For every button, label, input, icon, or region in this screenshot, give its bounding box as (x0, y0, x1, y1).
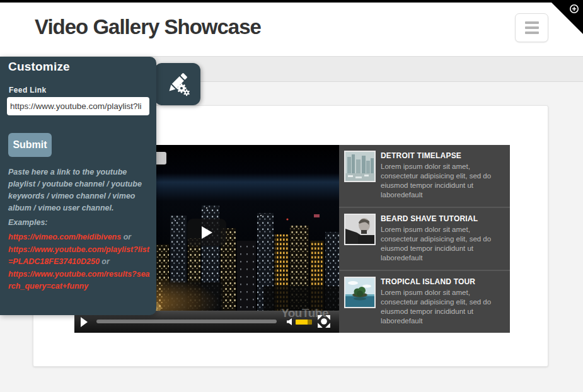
playlist: DETROIT TIMELAPSE Lorem ipsum dolor sit … (339, 145, 510, 333)
example-links: https://vimeo.com/heidibivens or https:/… (8, 231, 152, 293)
fullscreen-button[interactable] (317, 314, 331, 328)
pencil-gears-icon (164, 71, 192, 98)
playlist-item-description: Lorem ipsum dolor sit amet, consectetur … (381, 288, 505, 326)
play-button[interactable] (81, 317, 89, 327)
playlist-item-description: Lorem ipsum dolor sit amet, consectetur … (381, 225, 505, 263)
example-link-row: https://vimeo.com/heidibivens or (8, 231, 152, 244)
fullscreen-icon (317, 314, 331, 328)
hamburger-icon (525, 21, 539, 34)
plus-circle-icon[interactable] (569, 4, 579, 14)
customize-panel: Customize Feed Link Submit Paste here a … (0, 57, 156, 315)
header: Video Gallery Showcase (0, 3, 583, 57)
speaker-icon[interactable] (286, 318, 293, 326)
example-link-row: https://www.youtube.com/results?search_q… (8, 268, 152, 293)
example-link: https://vimeo.com/heidibivens (8, 233, 121, 241)
page-title: Video Gallery Showcase (35, 15, 261, 39)
example-link: https://www.youtube.com/playlist?list=PL… (8, 245, 149, 267)
customize-panel-title: Customize (8, 60, 70, 74)
play-icon (81, 317, 88, 327)
beard-shave-thumbnail (344, 214, 376, 245)
example-link: https://www.youtube.com/results?search_q… (8, 270, 150, 291)
city-skyline-thumbnail (344, 151, 376, 182)
example-link-suffix: or (100, 257, 110, 266)
playlist-item[interactable]: TROPICAL ISLAND TOUR Lorem ipsum dolor s… (339, 270, 510, 333)
customize-toggle-button[interactable] (154, 63, 200, 105)
playlist-item-title: TROPICAL ISLAND TOUR (381, 277, 506, 286)
playlist-item[interactable]: BEARD SHAVE TUTORIAL Lorem ipsum dolor s… (339, 207, 510, 270)
feed-link-label: Feed Link (9, 86, 47, 95)
tropical-island-thumbnail (344, 277, 376, 308)
playlist-item[interactable]: DETROIT TIMELAPSE Lorem ipsum dolor sit … (339, 145, 510, 207)
page: Video Gallery Showcase (0, 0, 583, 392)
playlist-item-title: DETROIT TIMELAPSE (381, 151, 506, 160)
example-link-suffix: or (121, 233, 131, 241)
submit-button[interactable]: Submit (8, 133, 52, 157)
examples-label: Examples: (8, 218, 48, 227)
feed-link-input[interactable] (7, 97, 149, 115)
big-play-button[interactable] (187, 219, 226, 246)
progress-bar[interactable] (96, 320, 277, 323)
play-icon (202, 226, 212, 239)
volume-slider[interactable] (296, 320, 312, 325)
top-bar (0, 0, 583, 3)
playlist-item-title: BEARD SHAVE TUTORIAL (381, 214, 506, 223)
example-link-row: https://www.youtube.com/playlist?list=PL… (8, 244, 152, 268)
playlist-item-description: Lorem ipsum dolor sit amet, consectetur … (381, 162, 505, 200)
menu-button[interactable] (515, 13, 548, 42)
help-text: Paste here a link to the youtube playlis… (8, 166, 151, 214)
